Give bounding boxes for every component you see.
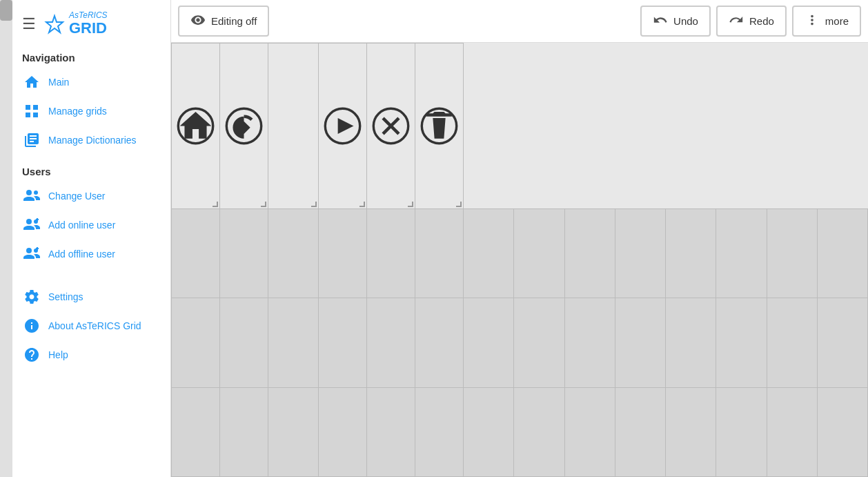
grid-row-2: [172, 208, 868, 298]
grid-cell[interactable]: [767, 298, 817, 387]
grid-row-4: [172, 387, 868, 477]
grid-cell[interactable]: [716, 387, 767, 477]
grid-cell[interactable]: [172, 387, 220, 477]
grid-cell[interactable]: [615, 387, 665, 477]
grid-cell[interactable]: [514, 387, 564, 477]
more-icon: [805, 12, 820, 30]
home-cell-icon: [172, 43, 219, 208]
sidebar-item-add-online-user[interactable]: Add online user: [12, 211, 170, 240]
grid-cell[interactable]: [268, 298, 319, 387]
grid-cell[interactable]: [564, 208, 615, 298]
grid-cell-play[interactable]: [319, 43, 367, 209]
undo-button[interactable]: Undo: [640, 6, 711, 37]
grid-cell[interactable]: [615, 298, 665, 387]
undo-icon: [653, 12, 668, 30]
editing-off-button[interactable]: Editing off: [178, 6, 269, 37]
grid-cell[interactable]: [464, 208, 514, 298]
grid-area[interactable]: [171, 43, 868, 477]
cancel-cell-resize[interactable]: [408, 202, 413, 207]
sidebar-item-manage-dictionaries[interactable]: Manage Dictionaries: [12, 126, 170, 155]
grid-cell[interactable]: [767, 208, 817, 298]
users-icon: [22, 186, 41, 206]
logo-area: ☰ AsTeRICS GRID: [12, 7, 170, 46]
text-cell-resize[interactable]: [311, 202, 317, 207]
sidebar-item-about[interactable]: About AsTeRICS Grid: [12, 311, 170, 340]
toolbar: Editing off Undo Redo more: [171, 0, 868, 43]
grid-cell[interactable]: [666, 298, 716, 387]
grid-cell[interactable]: [716, 208, 767, 298]
grid-cell[interactable]: [666, 387, 716, 477]
info-icon: [22, 316, 41, 335]
sidebar-item-manage-grids-label: Manage grids: [48, 106, 107, 117]
svg-point-6: [26, 248, 32, 253]
grid-cell[interactable]: [367, 387, 415, 477]
grid-cell[interactable]: [817, 208, 867, 298]
grid-cell[interactable]: [716, 298, 767, 387]
grid-cell-delete[interactable]: [415, 43, 464, 209]
play-cell-resize[interactable]: [359, 202, 365, 207]
grid-cell[interactable]: [767, 387, 817, 477]
add-online-user-icon: [22, 215, 41, 235]
more-label: more: [825, 15, 849, 27]
asterics-logo-icon: [44, 14, 65, 35]
grid-cell[interactable]: [367, 298, 415, 387]
grid-cell[interactable]: [415, 387, 464, 477]
grid-cell[interactable]: [220, 387, 268, 477]
svg-point-2: [26, 219, 32, 224]
scrollbar-thumb[interactable]: [0, 0, 12, 21]
logo-text: AsTeRICS GRID: [69, 11, 108, 37]
sidebar-item-change-user[interactable]: Change User: [12, 182, 170, 211]
settings-icon: [22, 287, 41, 306]
grid-cell[interactable]: [564, 387, 615, 477]
sidebar-item-help[interactable]: Help: [12, 340, 170, 369]
grid-cell[interactable]: [220, 208, 268, 298]
grid-cell[interactable]: [268, 387, 319, 477]
grid-cell[interactable]: [666, 208, 716, 298]
grid-cell[interactable]: [817, 387, 867, 477]
sidebar: ☰ AsTeRICS GRID Navigation Main Manage g…: [12, 0, 171, 477]
grid-cell[interactable]: [319, 298, 367, 387]
sidebar-item-about-label: About AsTeRICS Grid: [48, 320, 141, 331]
grid-cell-reload[interactable]: [220, 43, 268, 209]
home-cell-resize[interactable]: [213, 202, 218, 207]
grid-cell[interactable]: [514, 298, 564, 387]
grid-table: [171, 43, 868, 477]
grid-cell[interactable]: [564, 298, 615, 387]
grid-cell[interactable]: [220, 298, 268, 387]
navigation-section-title: Navigation: [12, 46, 170, 68]
grid-cell[interactable]: [817, 298, 867, 387]
more-button[interactable]: more: [792, 6, 861, 37]
redo-button[interactable]: Redo: [716, 6, 787, 37]
sidebar-item-help-label: Help: [48, 349, 68, 360]
sidebar-scrollbar[interactable]: [0, 0, 12, 477]
sidebar-item-manage-grids[interactable]: Manage grids: [12, 97, 170, 126]
book-icon: [22, 130, 41, 150]
delete-cell-resize[interactable]: [456, 202, 462, 207]
grid-cell[interactable]: [319, 387, 367, 477]
grid-icon: [22, 101, 41, 121]
grid-cell[interactable]: [415, 208, 464, 298]
grid-cell-text[interactable]: [268, 43, 319, 209]
sidebar-item-add-offline-user-label: Add offline user: [48, 249, 115, 260]
reload-cell-resize[interactable]: [261, 202, 266, 207]
grid-cell[interactable]: [172, 208, 220, 298]
grid-cell[interactable]: [415, 298, 464, 387]
hamburger-menu-icon[interactable]: ☰: [22, 15, 36, 33]
grid-cell[interactable]: [319, 208, 367, 298]
sidebar-item-manage-dicts-label: Manage Dictionaries: [48, 135, 137, 146]
sidebar-item-main[interactable]: Main: [12, 68, 170, 97]
grid-cell[interactable]: [464, 298, 514, 387]
svg-point-1: [34, 191, 38, 195]
grid-cell[interactable]: [172, 298, 220, 387]
grid-cell-home[interactable]: [172, 43, 220, 209]
undo-label: Undo: [673, 15, 698, 27]
grid-cell[interactable]: [514, 208, 564, 298]
add-offline-user-icon: [22, 244, 41, 264]
sidebar-item-add-offline-user[interactable]: Add offline user: [12, 240, 170, 269]
grid-cell-cancel[interactable]: [367, 43, 415, 209]
grid-cell[interactable]: [464, 387, 514, 477]
sidebar-item-settings[interactable]: Settings: [12, 282, 170, 311]
grid-cell[interactable]: [268, 208, 319, 298]
grid-cell[interactable]: [615, 208, 665, 298]
grid-cell[interactable]: [367, 208, 415, 298]
